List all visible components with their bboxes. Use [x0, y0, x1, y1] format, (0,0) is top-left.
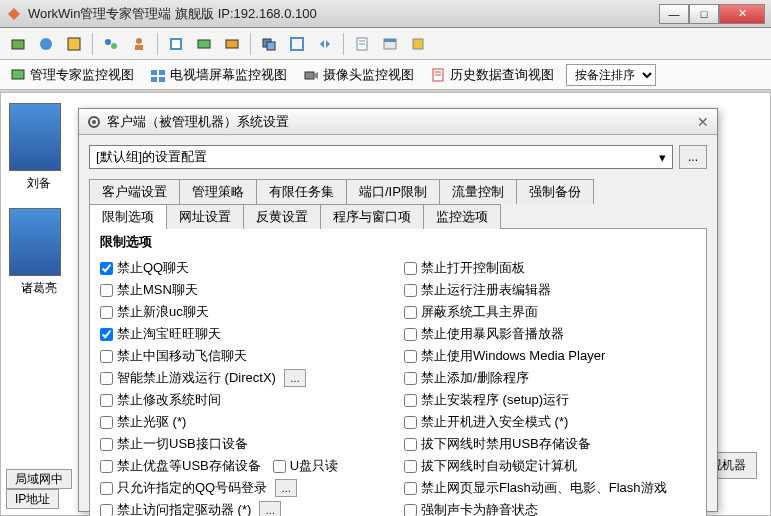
group-title: 限制选项 — [100, 233, 696, 251]
restrict-left-4[interactable]: 禁止中国移动飞信聊天 — [100, 345, 392, 367]
client-name-2: 诸葛亮 — [9, 280, 69, 297]
restrict-left-2[interactable]: 禁止新浪uc聊天 — [100, 301, 392, 323]
restrict-left-8[interactable]: 禁止一切USB接口设备 — [100, 433, 392, 455]
checkbox[interactable] — [404, 438, 417, 451]
checkbox[interactable] — [100, 262, 113, 275]
checkbox[interactable] — [100, 372, 113, 385]
restrict-right-9[interactable]: 拔下网线时自动锁定计算机 — [404, 455, 696, 477]
checkbox[interactable] — [100, 284, 113, 297]
checkbox[interactable] — [100, 504, 113, 517]
tab-0[interactable]: 客户端设置 — [89, 179, 180, 204]
tab2-1[interactable]: 网址设置 — [166, 204, 244, 229]
restrict-left-0[interactable]: 禁止QQ聊天 — [100, 257, 392, 279]
tab-2[interactable]: 有限任务集 — [256, 179, 347, 204]
toolbar-btn-10[interactable] — [285, 32, 309, 56]
restrict-left-1[interactable]: 禁止MSN聊天 — [100, 279, 392, 301]
checkbox[interactable] — [404, 460, 417, 473]
toolbar-btn-3[interactable] — [62, 32, 86, 56]
restrict-right-3[interactable]: 禁止使用暴风影音播放器 — [404, 323, 696, 345]
toolbar-btn-13[interactable] — [378, 32, 402, 56]
dialog-close-icon[interactable]: ✕ — [697, 114, 709, 130]
svg-rect-12 — [291, 38, 303, 50]
toolbar-btn-12[interactable] — [350, 32, 374, 56]
checkbox[interactable] — [404, 482, 417, 495]
tab-5[interactable]: 强制备份 — [516, 179, 594, 204]
checkbox[interactable] — [100, 394, 113, 407]
udisk-readonly-checkbox[interactable] — [273, 460, 286, 473]
tab2-2[interactable]: 反黄设置 — [243, 204, 321, 229]
view-tv-wall[interactable]: 电视墙屏幕监控视图 — [146, 64, 291, 86]
checkbox[interactable] — [100, 416, 113, 429]
checkbox[interactable] — [404, 328, 417, 341]
checkbox[interactable] — [404, 416, 417, 429]
ellipsis-button[interactable]: … — [275, 479, 297, 497]
checkbox[interactable] — [404, 372, 417, 385]
tab-1[interactable]: 管理策略 — [179, 179, 257, 204]
toolbar-btn-2[interactable] — [34, 32, 58, 56]
restrict-right-5[interactable]: 禁止添加/删除程序 — [404, 367, 696, 389]
restrict-right-4[interactable]: 禁止使用Windows Media Player — [404, 345, 696, 367]
checkbox[interactable] — [100, 438, 113, 451]
svg-rect-8 — [198, 40, 210, 48]
checkbox[interactable] — [404, 350, 417, 363]
restrict-left-11[interactable]: 禁止访问指定驱动器 (*)… — [100, 499, 392, 516]
toolbar-btn-9[interactable] — [257, 32, 281, 56]
view-camera[interactable]: 摄像头监控视图 — [299, 64, 418, 86]
restrict-left-10[interactable]: 只允许指定的QQ号码登录… — [100, 477, 392, 499]
checkbox[interactable] — [404, 394, 417, 407]
restrict-right-11[interactable]: 强制声卡为静音状态 — [404, 499, 696, 516]
restrict-right-6[interactable]: 禁止安装程序 (setup)运行 — [404, 389, 696, 411]
toolbar-btn-11[interactable] — [313, 32, 337, 56]
checkbox[interactable] — [404, 262, 417, 275]
tab-ip[interactable]: IP地址 — [6, 489, 59, 509]
restrict-right-8[interactable]: 拔下网线时禁用USB存储设备 — [404, 433, 696, 455]
client-thumb-1[interactable] — [9, 103, 61, 171]
ellipsis-button[interactable]: … — [284, 369, 306, 387]
toolbar-btn-4[interactable] — [99, 32, 123, 56]
config-profile-select[interactable]: [默认组]的设置配置 ▾ — [89, 145, 673, 169]
toolbar-btn-6[interactable] — [164, 32, 188, 56]
config-browse-button[interactable]: ... — [679, 145, 707, 169]
maximize-button[interactable]: □ — [689, 4, 719, 24]
restrict-left-9[interactable]: 禁止优盘等USB存储设备U盘只读 — [100, 455, 392, 477]
tab2-0[interactable]: 限制选项 — [89, 204, 167, 229]
checkbox[interactable] — [404, 284, 417, 297]
tab-lan[interactable]: 局域网中 — [6, 469, 72, 489]
tab2-3[interactable]: 程序与窗口项 — [320, 204, 424, 229]
toolbar-btn-1[interactable] — [6, 32, 30, 56]
restrict-right-7[interactable]: 禁止开机进入安全模式 (*) — [404, 411, 696, 433]
checkbox[interactable] — [100, 350, 113, 363]
tab-3[interactable]: 端口/IP限制 — [346, 179, 440, 204]
tab2-4[interactable]: 监控选项 — [423, 204, 501, 229]
toolbar-btn-5[interactable] — [127, 32, 151, 56]
svg-rect-2 — [68, 38, 80, 50]
sort-select[interactable]: 按备注排序 — [566, 64, 656, 86]
close-button[interactable]: ✕ — [719, 4, 765, 24]
minimize-button[interactable]: — — [659, 4, 689, 24]
svg-rect-0 — [12, 40, 24, 49]
view-history[interactable]: 历史数据查询视图 — [426, 64, 558, 86]
tab-4[interactable]: 流量控制 — [439, 179, 517, 204]
restrict-right-0[interactable]: 禁止打开控制面板 — [404, 257, 696, 279]
restrict-right-10[interactable]: 禁止网页显示Flash动画、电影、Flash游戏 — [404, 477, 696, 499]
client-name-1: 刘备 — [9, 175, 69, 192]
toolbar-btn-14[interactable] — [406, 32, 430, 56]
ellipsis-button[interactable]: … — [259, 501, 281, 516]
checkbox[interactable] — [100, 328, 113, 341]
restrict-left-3[interactable]: 禁止淘宝旺旺聊天 — [100, 323, 392, 345]
restrict-left-7[interactable]: 禁止光驱 (*) — [100, 411, 392, 433]
restrict-left-6[interactable]: 禁止修改系统时间 — [100, 389, 392, 411]
checkbox[interactable] — [100, 460, 113, 473]
restrict-right-1[interactable]: 禁止运行注册表编辑器 — [404, 279, 696, 301]
client-thumb-2[interactable] — [9, 208, 61, 276]
checkbox[interactable] — [100, 306, 113, 319]
view-expert-monitor[interactable]: 管理专家监控视图 — [6, 64, 138, 86]
restrict-right-2[interactable]: 屏蔽系统工具主界面 — [404, 301, 696, 323]
history-icon — [430, 67, 446, 83]
toolbar-btn-7[interactable] — [192, 32, 216, 56]
checkbox[interactable] — [404, 306, 417, 319]
restrict-left-5[interactable]: 智能禁止游戏运行 (DirectX)… — [100, 367, 392, 389]
checkbox[interactable] — [100, 482, 113, 495]
toolbar-btn-8[interactable] — [220, 32, 244, 56]
checkbox[interactable] — [404, 504, 417, 517]
